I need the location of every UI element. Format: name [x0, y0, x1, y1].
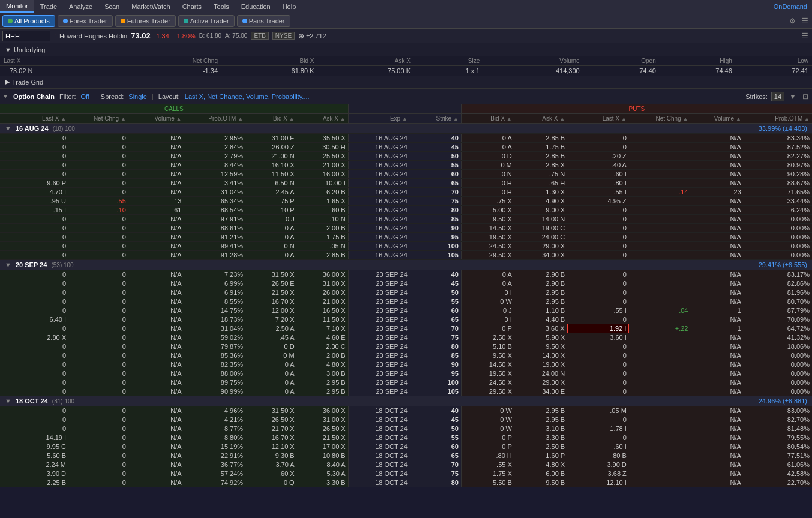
col-call-volume[interactable]: Volume ▲: [128, 114, 184, 124]
put-ask: 2.95 B: [514, 406, 567, 415]
put-ask: 4.90 X: [514, 197, 567, 206]
option-row-0-1[interactable]: 0 0 N/A 2.84% 26.00 Z 30.50 H 16 AUG 24 …: [0, 143, 812, 152]
option-row-0-2[interactable]: 0 0 N/A 2.79% 21.00 N 25.50 X 16 AUG 24 …: [0, 152, 812, 161]
settings-icon[interactable]: ⚙: [788, 16, 797, 26]
option-row-0-4[interactable]: 0 0 N/A 12.59% 11.50 X 16.00 X 16 AUG 24…: [0, 170, 812, 179]
nav-tools[interactable]: Tools: [208, 0, 235, 13]
option-row-2-2[interactable]: 0 0 N/A 8.77% 21.70 X 26.50 X 18 OCT 24 …: [0, 424, 812, 433]
option-row-2-6[interactable]: 2.24 M 0 N/A 36.77% 3.70 A 8.40 A 18 OCT…: [0, 460, 812, 469]
col-call-askx[interactable]: Ask X ▲: [297, 114, 349, 124]
put-last: 1.78 I: [567, 424, 629, 433]
option-row-1-13[interactable]: 0 0 N/A 90.99% 0 A 2.95 B 20 SEP 24 105 …: [0, 387, 812, 396]
put-bid: 5.00 X: [461, 206, 514, 215]
nav-help[interactable]: Help: [277, 0, 302, 13]
put-ask: 1.10 B: [514, 306, 567, 315]
option-row-0-5[interactable]: 9.60 P 0 N/A 3.41% 6.50 N 10.00 I 16 AUG…: [0, 179, 812, 188]
call-volume: N/A: [128, 469, 184, 478]
all-products-button[interactable]: All Products: [2, 15, 55, 27]
call-probotm: 90.99%: [184, 387, 246, 396]
symbol-input[interactable]: [2, 31, 50, 41]
filter-value[interactable]: Off: [80, 93, 89, 100]
put-bid: 0 P: [461, 442, 514, 451]
put-last: 0: [567, 297, 629, 306]
spread-value[interactable]: Single: [128, 93, 147, 100]
strikes-dropdown[interactable]: 14: [771, 92, 784, 101]
nav-trade[interactable]: Trade: [34, 0, 63, 13]
menu-icon[interactable]: ☰: [801, 16, 810, 26]
option-chain-expand-icon[interactable]: ⊡: [801, 91, 810, 102]
option-chain-expand-arrow[interactable]: ▼: [2, 93, 8, 100]
option-row-0-0[interactable]: 0 0 N/A 2.95% 31.00 E 35.50 X 16 AUG 24 …: [0, 134, 812, 143]
active-trader-button[interactable]: Active Trader: [178, 15, 235, 27]
layout-value[interactable]: Last X, Net Change, Volume, Probability.…: [185, 93, 310, 100]
option-row-0-8[interactable]: .15 I -.10 61 88.54% .10 P .60 B 16 AUG …: [0, 206, 812, 215]
ondemand-link[interactable]: OnDemand: [774, 3, 807, 10]
option-row-1-12[interactable]: 0 0 N/A 89.75% 0 A 2.95 B 20 SEP 24 100 …: [0, 378, 812, 387]
futures-trader-button[interactable]: Futures Trader: [115, 15, 176, 27]
option-row-0-9[interactable]: 0 0 N/A 97.91% 0 J .10 N 16 AUG 24 85 9.…: [0, 215, 812, 224]
col-put-volume[interactable]: Volume ▲: [690, 114, 743, 124]
option-row-2-8[interactable]: 2.25 B 0 N/A 74.92% 0 Q 3.30 B 18 OCT 24…: [0, 478, 812, 487]
nav-monitor[interactable]: Monitor: [0, 0, 34, 13]
put-volume: N/A: [690, 161, 743, 170]
option-row-1-6[interactable]: 0 0 N/A 31.04% 2.50 A 7.10 X 20 SEP 24 7…: [0, 324, 812, 333]
option-row-0-13[interactable]: 0 0 N/A 91.28% 0 A 2.85 B 16 AUG 24 105 …: [0, 251, 812, 260]
option-row-2-1[interactable]: 0 0 N/A 4.21% 26.50 X 31.00 X 18 OCT 24 …: [0, 415, 812, 424]
col-put-bidx[interactable]: Bid X ▲: [461, 114, 514, 124]
option-row-1-3[interactable]: 0 0 N/A 8.55% 16.70 X 21.00 X 20 SEP 24 …: [0, 297, 812, 306]
option-row-1-2[interactable]: 0 0 N/A 6.91% 21.50 X 26.00 X 20 SEP 24 …: [0, 288, 812, 297]
col-exp[interactable]: Exp ▲: [348, 114, 410, 124]
option-row-2-3[interactable]: 14.19 I 0 N/A 8.80% 16.70 X 21.50 X 18 O…: [0, 433, 812, 442]
underlying-header[interactable]: ▼ Underlying: [0, 43, 812, 56]
exp: 16 AUG 24: [348, 206, 410, 215]
put-volume: N/A: [690, 233, 743, 242]
nav-charts[interactable]: Charts: [176, 0, 208, 13]
option-row-0-10[interactable]: 0 0 N/A 88.61% 0 A 2.00 B 16 AUG 24 90 1…: [0, 224, 812, 233]
call-probotm: 85.36%: [184, 351, 246, 360]
nav-education[interactable]: Education: [235, 0, 277, 13]
col-put-askx[interactable]: Ask X ▲: [514, 114, 567, 124]
option-row-0-12[interactable]: 0 0 N/A 99.41% 0 N .05 N 16 AUG 24 100 2…: [0, 242, 812, 251]
option-row-2-7[interactable]: 3.90 D 0 N/A 57.24% .60 X 5.30 A 18 OCT …: [0, 469, 812, 478]
put-ask: 4.80 X: [514, 460, 567, 469]
option-row-2-5[interactable]: 5.60 B 0 N/A 22.91% 9.30 B 10.80 B 18 OC…: [0, 451, 812, 460]
put-ask: 14.00 X: [514, 351, 567, 360]
exp: 18 OCT 24: [348, 424, 410, 433]
option-row-1-4[interactable]: 0 0 N/A 14.75% 12.00 X 16.50 X 20 SEP 24…: [0, 306, 812, 315]
put-probotm: 0.00%: [744, 224, 812, 233]
option-row-0-6[interactable]: 4.70 I 0 N/A 31.04% 2.45 A 6.20 B 16 AUG…: [0, 188, 812, 197]
forex-trader-button[interactable]: Forex Trader: [58, 15, 113, 27]
option-row-0-7[interactable]: .95 U -.55 13 65.34% .75 P 1.65 X 16 AUG…: [0, 197, 812, 206]
option-row-1-11[interactable]: 0 0 N/A 88.00% 0 A 3.00 B 20 SEP 24 95 1…: [0, 369, 812, 378]
option-row-1-10[interactable]: 0 0 N/A 82.35% 0 A 4.80 X 20 SEP 24 90 1…: [0, 360, 812, 369]
option-chain-filter-icon[interactable]: ▼: [788, 91, 798, 102]
pairs-trader-button[interactable]: Pairs Trader: [237, 15, 290, 27]
col-put-lastx[interactable]: Last X ▲: [567, 114, 629, 124]
group-header-2[interactable]: ▼ 18 OCT 24 (81) 100 24.96% (±6.881): [0, 396, 812, 406]
col-put-probotm[interactable]: Prob.OTM ▲: [744, 114, 812, 124]
nav-analyze[interactable]: Analyze: [63, 0, 98, 13]
option-row-2-4[interactable]: 9.95 C 0 N/A 15.19% 12.10 X 17.00 X 18 O…: [0, 442, 812, 451]
option-row-1-0[interactable]: 0 0 N/A 7.23% 31.50 X 36.00 X 20 SEP 24 …: [0, 270, 812, 279]
symbol-bar-menu-icon[interactable]: ☰: [801, 31, 810, 41]
option-row-1-1[interactable]: 0 0 N/A 6.99% 26.50 E 31.00 X 20 SEP 24 …: [0, 279, 812, 288]
col-strike[interactable]: Strike ▲: [410, 114, 462, 124]
col-call-probotm[interactable]: Prob.OTM ▲: [184, 114, 246, 124]
option-row-1-5[interactable]: 6.40 I 0 N/A 18.73% 7.20 X 11.50 X 20 SE…: [0, 315, 812, 324]
option-row-1-8[interactable]: 0 0 N/A 79.87% 0 D 2.00 C 20 SEP 24 80 5…: [0, 342, 812, 351]
col-call-bidx[interactable]: Bid X ▲: [245, 114, 297, 124]
trade-grid-header[interactable]: ▶ Trade Grid: [0, 76, 812, 89]
col-put-netchng[interactable]: Net Chng ▲: [629, 114, 691, 124]
group-header-1[interactable]: ▼ 20 SEP 24 (53) 100 29.41% (±6.555): [0, 260, 812, 270]
option-row-0-3[interactable]: 0 0 N/A 8.44% 16.10 X 21.00 X 16 AUG 24 …: [0, 161, 812, 170]
col-call-netchng[interactable]: Net Chng ▲: [68, 114, 128, 124]
nav-scan[interactable]: Scan: [98, 0, 125, 13]
option-row-1-7[interactable]: 2.80 X 0 N/A 59.02% .45 A 4.60 E 20 SEP …: [0, 333, 812, 342]
call-bid: 16.10 X: [245, 161, 297, 170]
option-row-2-0[interactable]: 0 0 N/A 4.96% 31.50 X 36.00 X 18 OCT 24 …: [0, 406, 812, 415]
option-row-1-9[interactable]: 0 0 N/A 85.36% 0 M 2.00 B 20 SEP 24 85 9…: [0, 351, 812, 360]
group-header-0[interactable]: ▼ 16 AUG 24 (18) 100 33.99% (±4.403): [0, 124, 812, 134]
option-row-0-11[interactable]: 0 0 N/A 91.21% 0 A 1.75 B 16 AUG 24 95 1…: [0, 233, 812, 242]
nav-marketwatch[interactable]: MarketWatch: [125, 0, 176, 13]
col-call-lastx[interactable]: Last X ▲: [0, 114, 68, 124]
